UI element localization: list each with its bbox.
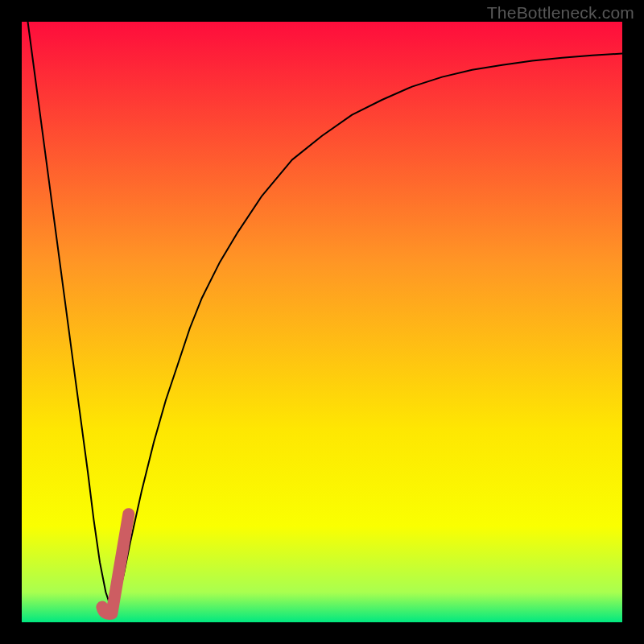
chart-frame: TheBottleneck.com bbox=[0, 0, 644, 644]
chart-gradient-background bbox=[22, 22, 622, 622]
bottleneck-chart bbox=[0, 0, 644, 644]
watermark-label: TheBottleneck.com bbox=[487, 3, 634, 23]
